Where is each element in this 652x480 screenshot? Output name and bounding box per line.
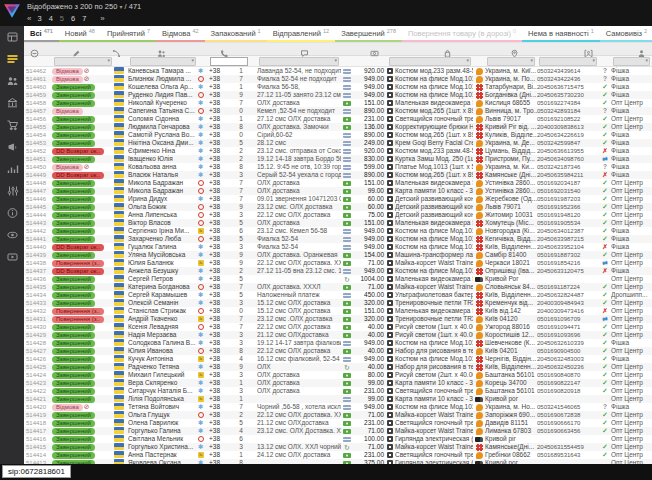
order-comment[interactable]: Фиалка 56-58, (257, 83, 341, 91)
delivery-address[interactable]: Київ від.142 (485, 307, 537, 315)
status-tab[interactable]: Запакований 1 (205, 26, 267, 42)
order-status-cell[interactable]: Завершений (52, 227, 114, 235)
order-row[interactable]: 514454 Завершений Самотій Руслана Во... … (24, 131, 652, 139)
order-row[interactable]: 514439 Завершений Уляна Мусійовська +38 … (24, 251, 652, 259)
customer-phone[interactable]: +38 (209, 355, 233, 363)
tracking-number[interactable]: 20450634012387 (537, 227, 599, 235)
customer-name[interactable]: Анжела Безушку (128, 267, 198, 275)
order-status-cell[interactable]: Завершений (52, 451, 114, 459)
customer-phone[interactable]: +38 (209, 411, 233, 419)
first-page-button[interactable]: « (27, 14, 30, 23)
order-status-cell[interactable]: Завершений (52, 203, 114, 211)
product-cell[interactable]: Костюм мод.265 (1шт. х 890.00 ... (387, 171, 473, 179)
customer-phone[interactable]: +38 (209, 323, 233, 331)
status-badge[interactable]: DD Возврат ок.. (52, 172, 104, 179)
order-row[interactable]: 514433 Завершений Олексій Семанін +38 3 … (24, 299, 652, 307)
order-comment[interactable]: 19.12 14-17 завтра фіалковий,... (257, 339, 341, 347)
tracking-number[interactable]: 20450634098760 (537, 155, 599, 163)
order-row[interactable]: 514416 Завершений Світлана Мельник +38 6… (24, 435, 652, 443)
status-badge[interactable]: Завершений (52, 116, 95, 123)
order-comment[interactable]: Наложенный платеж (257, 291, 341, 299)
video-icon[interactable] (5, 250, 19, 263)
delivery-address[interactable]: Київ 04120 (485, 315, 537, 323)
delivery-address[interactable]: Черкаси 18021 (485, 259, 537, 267)
page-number[interactable]: 3 (37, 14, 41, 23)
order-row[interactable]: 514457 Відмова Сапегина Татьяна С... +38… (24, 107, 652, 115)
order-row[interactable]: 514430 Завершений Ксенія Левадняя +38 7 … (24, 323, 652, 331)
status-badge[interactable]: Завершений (52, 212, 95, 219)
customer-name[interactable]: Вера Скляренко (128, 379, 198, 387)
status-badge[interactable]: Завершений (52, 412, 95, 419)
delivery-address[interactable]: Давидів 81151 (485, 419, 537, 427)
customer-name[interactable]: Надія Мерзаєва (128, 331, 198, 339)
order-comment[interactable]: 15.12 смс ОЛХ доставка (257, 299, 341, 307)
status-tab[interactable]: Новий 48 (59, 26, 101, 42)
order-status-cell[interactable]: Завершений (52, 435, 114, 443)
status-tab[interactable]: Всі 471 (24, 26, 59, 42)
order-status-cell[interactable]: Завершений (52, 235, 114, 243)
order-row[interactable]: 514456 Завершений Соломія Сідонна +38 1 … (24, 115, 652, 123)
delivery-address[interactable]: Баштанка 56101 (485, 387, 537, 395)
order-status-cell[interactable]: Завершений (52, 251, 114, 259)
order-status-cell[interactable]: Завершений (52, 395, 114, 403)
customer-name[interactable]: Кучук Антоніна (128, 355, 198, 363)
order-status-cell[interactable]: Відмова ⊘ (52, 163, 114, 171)
delivery-address[interactable]: Чернігів, Віддін... (485, 355, 537, 363)
status-badge[interactable]: Завершений (52, 276, 95, 283)
status-badge[interactable]: Завершений (52, 284, 95, 291)
delivery-address[interactable]: Винница, м. Тро... (485, 107, 537, 115)
tracking-number[interactable]: 0501690666170 (537, 419, 599, 427)
customer-name[interactable]: Людмила Гончарова (128, 123, 198, 131)
order-comment[interactable]: 27.12 11-05 занято 23.12 смс. ... (257, 91, 341, 99)
order-row[interactable]: 514450 Відмова ⊘ Ковальова анна +38 8 15… (24, 163, 652, 171)
status-badge[interactable]: Завершений (52, 380, 95, 387)
customer-phone[interactable]: +38 (209, 99, 233, 107)
customer-name[interactable]: Солодкова Галина В... (128, 339, 198, 347)
tracking-number[interactable]: 0501692274384 (537, 99, 599, 107)
page-number[interactable]: 6 (71, 14, 75, 23)
customer-name[interactable]: Ирина Дидух (128, 195, 198, 203)
order-comment[interactable]: ОЛХ (257, 363, 341, 371)
status-badge[interactable]: Завершений (52, 100, 95, 107)
order-status-cell[interactable]: Відмова (52, 107, 114, 115)
order-row[interactable]: 514434 Завершений Сергей Карамышев +38 5… (24, 291, 652, 299)
customer-name[interactable]: Ольга Глущук (128, 411, 198, 419)
customer-phone[interactable]: +38 (209, 307, 233, 315)
page-number[interactable]: 5 (60, 14, 64, 23)
customer-phone[interactable]: +38 (209, 91, 233, 99)
delivery-address[interactable]: Цумань, Віддід... (485, 147, 537, 155)
order-row[interactable]: 514442 Завершений Сергієнко Іріна Ми... … (24, 227, 652, 235)
status-badge[interactable]: Відмова (52, 108, 83, 115)
order-comment[interactable]: Серый 52-54 уехала с города (257, 171, 341, 179)
status-badge[interactable]: Завершений (52, 188, 95, 195)
delivery-address[interactable]: Жеребкове (Од... (485, 195, 537, 203)
status-badge[interactable]: Завершений (52, 452, 95, 459)
filter-status-select[interactable] (54, 57, 112, 66)
product-cell[interactable]: Костюм на флисе Мод.1014 (1ш... (387, 227, 473, 235)
status-badge[interactable]: DD Возврат ок.. (52, 244, 104, 251)
product-cell[interactable]: Маленькая видеокамера SQ8 *... (387, 307, 473, 315)
product-cell[interactable]: Карта памяти 10 класс - 32Гб *1... (387, 395, 473, 403)
status-badge[interactable]: Завершений (52, 300, 95, 307)
status-badge[interactable]: Завершений (52, 220, 95, 227)
status-badge[interactable]: Відмова (52, 76, 83, 83)
delivery-address[interactable]: Украина, м. Киї... (485, 67, 537, 75)
customer-phone[interactable]: +38 (209, 275, 233, 283)
customer-name[interactable]: Іващенко Юлія (128, 155, 198, 163)
delivery-address[interactable]: Татарбунари, Ві... (485, 83, 537, 91)
delivery-address[interactable]: Баштанка 56101 (485, 371, 537, 379)
tracking-number[interactable]: 0501692108522 (537, 115, 599, 123)
tracking-number[interactable]: 0501690840870 (537, 371, 599, 379)
order-row[interactable]: 514435 Завершений Катерина Богданова +38… (24, 283, 652, 291)
customer-name[interactable]: Сапегина Татьяна С... (128, 107, 198, 115)
info-icon[interactable] (5, 206, 19, 219)
tracking-number[interactable]: 0501690820918 (537, 387, 599, 395)
customer-name[interactable]: Ксенія Левадняя (128, 323, 198, 331)
order-comment[interactable]: 24.12 смс ОЛХ доставка (257, 451, 341, 459)
tracking-number[interactable]: 0501692034187 (537, 179, 599, 187)
tracking-number[interactable]: 20450634226619 (537, 131, 599, 139)
status-badge[interactable]: DD Возврат ок.. (52, 148, 104, 155)
order-status-cell[interactable]: Завершений (52, 219, 114, 227)
delivery-address[interactable]: Кегичівка, Відд... (485, 235, 537, 243)
order-status-cell[interactable]: Завершений (52, 387, 114, 395)
